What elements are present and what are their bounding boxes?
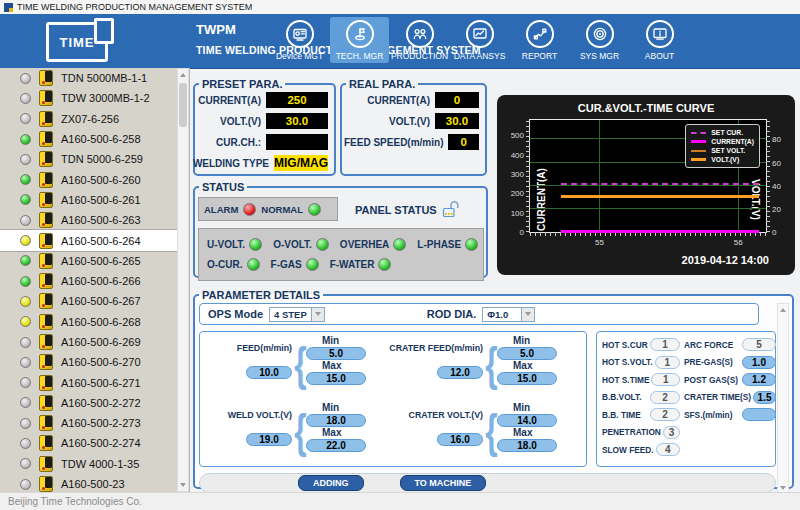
sidebar-item-tdw-4000-1-35[interactable]: TDW 4000-1-35	[0, 454, 178, 474]
sidebar-item-tdn-5000-6-259[interactable]: TDN 5000-6-259	[0, 149, 178, 169]
nav-label: DATA ANSYS	[454, 51, 506, 61]
sidebar-item-tdn-5000mb-1-1[interactable]: TDN 5000MB-1-1	[0, 68, 178, 88]
panel-status: PANEL STATUS	[355, 201, 461, 218]
device-status-led	[20, 235, 31, 246]
sidebar-item-a160-500-6-271[interactable]: A160-500-6-271	[0, 372, 178, 392]
scroll-down-icon[interactable]	[178, 479, 188, 491]
to-machine-button[interactable]: TO MACHINE	[400, 475, 487, 491]
sidebar-item-a160-500-2-272[interactable]: A160-500-2-272	[0, 393, 178, 413]
sidebar-scrollbar[interactable]	[177, 68, 189, 492]
list-param-label: CRATER TIME(S)	[684, 392, 751, 402]
param-display-cur-ch	[266, 134, 328, 150]
welding-machine-icon	[39, 395, 53, 411]
list-param-pill[interactable]: 1	[650, 338, 680, 351]
sidebar-item-tdw-3000mb-1-2[interactable]: TDW 3000MB-1-2	[0, 88, 178, 108]
min-value-pill[interactable]: 18.0	[306, 414, 366, 427]
nav-tech-mgr[interactable]: TECH. MGR	[330, 17, 389, 63]
list-param-pill[interactable]: 1	[655, 356, 680, 369]
legend-label: CURRENT(A)	[711, 138, 754, 145]
device-label: A160-500-2-272	[61, 397, 141, 409]
sidebar-item-a160-500-6-267[interactable]: A160-500-6-267	[0, 291, 178, 311]
window-title: TIME WELDING PRODUCTION MANAGEMENT SYSTE…	[17, 2, 252, 12]
welding-machine-icon	[39, 70, 53, 86]
sidebar-item-a160-500-6-260[interactable]: A160-500-6-260	[0, 169, 178, 189]
brace-decoration	[485, 403, 495, 459]
rod-dia-value[interactable]: Φ1.0	[482, 307, 522, 322]
y-minor-ticks-right	[766, 120, 770, 232]
scroll-up-icon[interactable]	[778, 304, 788, 316]
ops-mode-select[interactable]: 4 STEP	[269, 307, 325, 322]
nav-sys-mgr[interactable]: SYS MGR	[570, 17, 629, 63]
nav-label: REPORT	[522, 51, 557, 61]
list-param-pill[interactable]: 5	[742, 338, 776, 351]
right-axis-tick: 20	[772, 204, 781, 213]
group-minmax: Min5.0Max15.0	[306, 335, 366, 385]
list-param-hot-s-volt: HOT S.VOLT.1	[602, 356, 680, 369]
list-param-pill[interactable]	[742, 408, 776, 421]
group-minmax: Min18.0Max22.0	[306, 402, 366, 452]
ops-mode-value[interactable]: 4 STEP	[269, 307, 312, 322]
alarm-led	[243, 203, 256, 216]
device-status-led	[20, 215, 31, 226]
list-param-pill[interactable]: 2	[650, 391, 680, 404]
min-value-pill[interactable]: 5.0	[497, 347, 557, 360]
max-value-pill[interactable]: 15.0	[497, 372, 557, 385]
list-param-pill[interactable]: 1.0	[742, 356, 776, 369]
list-param-pill[interactable]: 3	[663, 426, 680, 439]
min-value-pill[interactable]: 14.0	[497, 414, 557, 427]
max-label: Max	[513, 427, 532, 439]
nav-device-mgt[interactable]: Device MGT	[270, 17, 329, 63]
list-param-pill[interactable]: 2	[650, 408, 680, 421]
unlock-icon	[442, 201, 461, 218]
sidebar-item-a160-500-2-274[interactable]: A160-500-2-274	[0, 433, 178, 453]
sidebar-item-zx07-6-256[interactable]: ZX07-6-256	[0, 109, 178, 129]
range-params-box: FEED(m/min)10.0Min5.0Max15.0CRATER FEED(…	[199, 331, 587, 467]
sidebar-item-a160-500-6-270[interactable]: A160-500-6-270	[0, 352, 178, 372]
min-value-pill[interactable]: 5.0	[306, 347, 366, 360]
nav-about[interactable]: ABOUT	[630, 17, 689, 63]
rod-dia-select[interactable]: Φ1.0	[482, 307, 535, 322]
sidebar-item-a160-500-6-258[interactable]: A160-500-6-258	[0, 129, 178, 149]
sidebar-item-a160-500-6-263[interactable]: A160-500-6-263	[0, 210, 178, 230]
list-param-pill[interactable]: 1.2	[742, 373, 776, 386]
max-value-pill[interactable]: 15.0	[306, 372, 366, 385]
list-param-pill[interactable]: 4	[656, 443, 680, 456]
scroll-up-icon[interactable]	[178, 69, 188, 81]
sidebar-item-a160-500-23[interactable]: A160-500-23	[0, 474, 178, 492]
sidebar-item-a160-500-6-264[interactable]: A160-500-6-264	[0, 230, 178, 250]
gridline-h	[530, 185, 766, 186]
list-param-pill[interactable]: 1	[651, 373, 680, 386]
nav-data-ansys[interactable]: DATA ANSYS	[450, 17, 509, 63]
group-left: CRATER VOLT.(V)16.0	[399, 410, 483, 446]
sidebar-item-a160-500-6-261[interactable]: A160-500-6-261	[0, 190, 178, 210]
nav-production[interactable]: PRODUCTION	[390, 17, 449, 63]
action-bar: ADDINGTO MACHINE	[199, 473, 776, 493]
group-value-pill[interactable]: 10.0	[246, 366, 292, 379]
legend-swatch	[691, 158, 706, 161]
device-mgt-icon	[286, 20, 314, 48]
device-status-led	[20, 316, 31, 327]
scrollbar-thumb[interactable]	[179, 83, 187, 127]
max-value-pill[interactable]: 18.0	[497, 439, 557, 452]
chevron-down-icon[interactable]	[312, 307, 325, 322]
list-param-post-gas-s: POST GAS(S)1.2	[684, 373, 776, 386]
group-value-pill[interactable]: 12.0	[437, 366, 483, 379]
sidebar-item-a160-500-6-265[interactable]: A160-500-6-265	[0, 251, 178, 271]
max-value-pill[interactable]: 22.0	[306, 439, 366, 452]
welding-machine-icon	[39, 192, 53, 208]
sidebar-item-a160-500-6-268[interactable]: A160-500-6-268	[0, 312, 178, 332]
min-label: Min	[322, 335, 339, 347]
sidebar-item-a160-500-6-269[interactable]: A160-500-6-269	[0, 332, 178, 352]
series-volt-v	[561, 195, 759, 198]
adding-button[interactable]: ADDING	[298, 475, 364, 491]
alarm-normal-box: ALARM NORMAL	[198, 197, 338, 221]
sidebar-item-a160-500-6-266[interactable]: A160-500-6-266	[0, 271, 178, 291]
chevron-down-icon[interactable]	[522, 307, 535, 322]
list-param-pill[interactable]: 1.5	[753, 391, 776, 404]
sidebar-item-a160-500-2-273[interactable]: A160-500-2-273	[0, 413, 178, 433]
group-value-pill[interactable]: 16.0	[437, 433, 483, 446]
device-label: A160-500-6-263	[61, 214, 141, 226]
params-scrollbar[interactable]	[777, 303, 789, 495]
group-value-pill[interactable]: 19.0	[246, 433, 292, 446]
nav-report[interactable]: REPORT	[510, 17, 569, 63]
